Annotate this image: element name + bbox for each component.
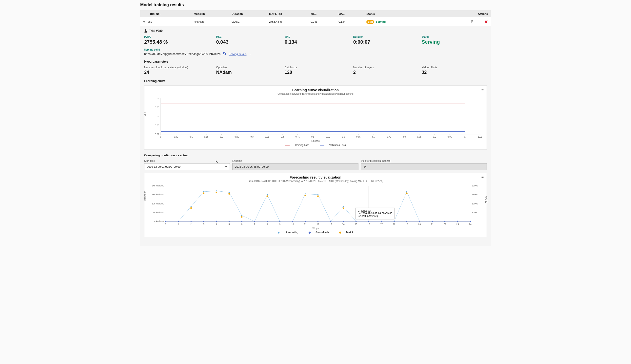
- svg-point-162: [190, 208, 192, 209]
- hp-batch: 128: [285, 70, 353, 75]
- svg-rect-154: [381, 221, 382, 222]
- svg-point-120: [267, 194, 268, 195]
- svg-text:0: 0: [165, 223, 166, 226]
- svg-text:0.05: 0.05: [155, 106, 159, 108]
- copy-icon[interactable]: [223, 52, 226, 56]
- serving-url: https://d2-dev.eipgrid.com/rest/v1/servi…: [144, 52, 220, 56]
- chart-menu-icon[interactable]: ≡: [481, 88, 484, 92]
- svg-text:0: 0: [160, 136, 161, 138]
- svg-text:0.25: 0.25: [234, 136, 239, 138]
- fc-y2label: MAPE: [485, 196, 488, 202]
- fc-legend: ◆ Forecasting Groundtruth MAPE: [148, 231, 483, 234]
- svg-text:22: 22: [444, 223, 446, 226]
- svg-text:60 kWh/m2: 60 kWh/m2: [153, 211, 164, 214]
- hp-window: 24: [144, 70, 216, 75]
- hp-batch-label: Batch size: [285, 66, 353, 69]
- metric-mape: 2755.48 %: [144, 39, 216, 45]
- svg-text:0.15: 0.15: [204, 136, 209, 138]
- svg-text:21: 21: [431, 223, 434, 226]
- svg-point-131: [406, 191, 407, 192]
- svg-point-124: [318, 194, 319, 195]
- cell-duration: 0:00:07: [229, 17, 266, 26]
- start-time-label: Start time: [144, 160, 230, 162]
- step-label: Step for prediction (horizon): [361, 160, 487, 162]
- svg-text:5000: 5000: [472, 211, 477, 214]
- fc-title: Forecasting result visualization: [148, 175, 483, 179]
- end-time-label: End time: [232, 160, 359, 162]
- svg-text:9: 9: [279, 223, 280, 226]
- svg-text:4: 4: [216, 223, 217, 226]
- svg-text:0.9: 0.9: [433, 136, 436, 138]
- svg-rect-141: [216, 221, 217, 222]
- trash-icon[interactable]: [485, 20, 488, 24]
- fc-subtitle: From 2016-12-20 01:00:00+09:00 (Wednesda…: [148, 180, 483, 182]
- end-time-field: 2016-12-20 06:45:00+09:00: [232, 163, 359, 170]
- serving-details-link[interactable]: Serving details: [229, 52, 246, 56]
- svg-text:14: 14: [342, 223, 345, 226]
- svg-point-170: [343, 208, 344, 209]
- flag-icon[interactable]: [471, 20, 474, 24]
- th-status: Status: [363, 10, 419, 17]
- page-title: Model training results: [140, 2, 491, 8]
- svg-text:19: 19: [406, 223, 408, 226]
- svg-text:13: 13: [329, 223, 332, 226]
- svg-point-163: [203, 192, 204, 194]
- svg-point-166: [241, 216, 243, 218]
- svg-point-165: [228, 193, 230, 194]
- svg-text:6: 6: [241, 223, 242, 226]
- svg-rect-137: [165, 221, 166, 222]
- svg-rect-147: [292, 221, 293, 222]
- svg-point-169: [317, 195, 319, 197]
- chart-menu-icon[interactable]: ≡: [481, 175, 484, 180]
- svg-point-118: [241, 215, 242, 216]
- svg-text:11: 11: [304, 223, 306, 226]
- start-time-dropdown[interactable]: 2016-12-20 01:00:00+09:00: [144, 163, 230, 170]
- svg-text:20: 20: [418, 223, 421, 226]
- table-row[interactable]: 289 lchxhkzb 0:00:07 2755.48 % 0.043 0.1…: [140, 17, 491, 26]
- arrow-right-icon: →: [249, 52, 252, 56]
- status-badge: Serving: [376, 20, 386, 23]
- svg-point-171: [406, 192, 408, 194]
- svg-text:0.6: 0.6: [342, 136, 345, 138]
- metric-mse: 0.043: [216, 39, 285, 45]
- svg-text:12: 12: [317, 223, 319, 226]
- step-field: 24: [361, 163, 487, 170]
- svg-text:120 kWh/m2: 120 kWh/m2: [152, 202, 164, 205]
- svg-rect-142: [228, 221, 230, 222]
- svg-point-164: [216, 192, 217, 193]
- svg-point-114: [191, 206, 192, 207]
- svg-text:0 kWh/m2: 0 kWh/m2: [154, 220, 164, 223]
- svg-text:0.95: 0.95: [448, 136, 452, 138]
- svg-text:180 kWh/m2: 180 kWh/m2: [152, 193, 164, 196]
- trial-detail-panel: Trial #289 MAPE2755.48 % MSE0.043 MAE0.1…: [140, 26, 491, 246]
- svg-text:0.05: 0.05: [174, 136, 178, 138]
- svg-text:0.02: 0.02: [155, 133, 159, 136]
- svg-rect-146: [279, 221, 281, 222]
- svg-rect-151: [343, 221, 344, 222]
- svg-text:0.75: 0.75: [387, 136, 391, 138]
- metric-mape-label: MAPE: [144, 36, 216, 38]
- hp-layers: 2: [353, 70, 422, 75]
- cell-mae: 0.134: [336, 17, 363, 26]
- metric-mae-label: MAE: [285, 36, 353, 38]
- svg-rect-0: [224, 53, 226, 55]
- svg-text:24: 24: [469, 223, 472, 226]
- expand-toggle-icon[interactable]: [143, 22, 145, 23]
- svg-rect-160: [457, 221, 458, 222]
- lc-plot: 0.020.030.040.050.0600.050.10.150.20.250…: [148, 97, 483, 139]
- forecast-chart: ≡ Forecasting result visualization From …: [144, 173, 487, 237]
- svg-rect-161: [470, 221, 471, 222]
- th-trial: Trial No.: [140, 10, 191, 17]
- svg-text:8: 8: [267, 223, 268, 226]
- svg-point-123: [305, 193, 306, 194]
- serving-point-label: Serving point: [144, 48, 487, 51]
- svg-point-115: [203, 191, 204, 192]
- lc-xlabel: Epochs: [148, 140, 483, 142]
- metric-status-label: Status: [422, 36, 487, 38]
- results-table: Trial No. Model ID Duration MAPE (%) MSE…: [140, 10, 491, 26]
- lc-ylabel: MSE: [144, 111, 146, 116]
- lc-subtitle: Comparison between training loss and val…: [148, 92, 483, 95]
- svg-rect-140: [203, 221, 204, 222]
- svg-text:1.05: 1.05: [478, 136, 482, 138]
- learning-curve-chart: ≡ Learning curve visualization Compariso…: [144, 85, 487, 150]
